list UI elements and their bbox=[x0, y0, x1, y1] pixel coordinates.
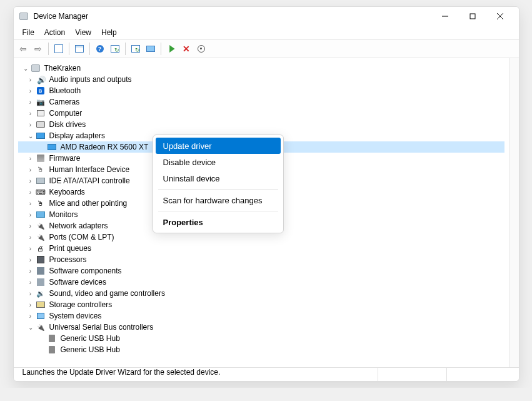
show-tree-button[interactable] bbox=[52, 42, 66, 56]
dev-swc-icon bbox=[36, 266, 46, 276]
dev-swd-icon bbox=[36, 277, 46, 287]
tree-category[interactable]: › Disk drives bbox=[18, 119, 504, 130]
vertical-scrollbar[interactable] bbox=[509, 58, 519, 367]
properties-button[interactable] bbox=[73, 42, 86, 56]
dev-print-icon bbox=[36, 243, 46, 253]
expand-toggle-icon[interactable]: › bbox=[26, 311, 36, 321]
tree-category-label: Computer bbox=[48, 109, 84, 118]
dev-sys-icon bbox=[36, 311, 46, 321]
expand-toggle-icon[interactable]: ⌄ bbox=[26, 131, 36, 141]
dev-disk-icon bbox=[36, 119, 46, 129]
tree-category[interactable]: › Print queues bbox=[18, 243, 504, 254]
tree-icon bbox=[54, 44, 63, 53]
expand-toggle-icon[interactable]: › bbox=[26, 255, 36, 265]
help-button[interactable] bbox=[93, 42, 107, 56]
dev-mouse-icon bbox=[36, 198, 46, 208]
tree-category[interactable]: › Software components bbox=[18, 265, 504, 277]
tree-category[interactable]: › Bluetooth bbox=[18, 85, 504, 96]
tree-category-label: Keyboards bbox=[48, 188, 86, 196]
arrow-left-icon bbox=[19, 43, 27, 54]
expand-toggle-icon[interactable]: ⌄ bbox=[21, 63, 31, 73]
scan-button[interactable] bbox=[108, 42, 122, 56]
cm-disable-device[interactable]: Disable device bbox=[153, 154, 283, 170]
window-title: Device Manager bbox=[34, 12, 431, 21]
expand-toggle-icon[interactable]: › bbox=[26, 86, 36, 96]
menu-view[interactable]: View bbox=[70, 27, 96, 38]
expand-toggle-icon[interactable]: › bbox=[26, 108, 36, 118]
tree-category-label: IDE ATA/ATAPI controlle bbox=[48, 176, 131, 185]
update-driver-button[interactable] bbox=[129, 42, 143, 56]
tree-category-label: Software devices bbox=[48, 278, 108, 287]
window-controls bbox=[431, 8, 514, 25]
expand-toggle-icon[interactable]: › bbox=[26, 165, 36, 175]
tree-category-label: Firmware bbox=[48, 154, 82, 163]
menubar: File Action View Help bbox=[14, 26, 519, 39]
expand-toggle-icon[interactable]: › bbox=[26, 153, 36, 163]
tree-category-label: Human Interface Device bbox=[48, 165, 131, 174]
expand-toggle-icon[interactable]: › bbox=[26, 210, 36, 220]
toolbar-separator bbox=[125, 43, 126, 55]
tree-category-label: Ports (COM & LPT) bbox=[48, 233, 116, 241]
menu-help[interactable]: Help bbox=[96, 27, 122, 38]
expand-toggle-icon[interactable]: › bbox=[26, 221, 36, 231]
forward-button[interactable] bbox=[31, 42, 45, 56]
minimize-button[interactable] bbox=[431, 8, 459, 25]
expand-toggle-icon[interactable]: › bbox=[26, 300, 36, 310]
tree-category-label: Print queues bbox=[48, 244, 93, 253]
tree-device[interactable]: Generic USB Hub bbox=[18, 333, 504, 344]
expand-toggle-icon[interactable]: › bbox=[26, 176, 36, 186]
expand-toggle-icon[interactable]: › bbox=[26, 266, 36, 276]
monitor-icon bbox=[146, 46, 155, 52]
tree-root[interactable]: ⌄ TheKraken bbox=[18, 63, 504, 74]
tree-category-label: Bluetooth bbox=[48, 86, 83, 95]
tree-category[interactable]: › Computer bbox=[18, 108, 504, 119]
properties-icon bbox=[75, 45, 84, 53]
tree-category[interactable]: ⌄ Universal Serial Bus controllers bbox=[18, 322, 504, 333]
device-manager-window: Device Manager File Action View Help bbox=[13, 6, 519, 382]
menu-action[interactable]: Action bbox=[39, 27, 70, 38]
show-hidden-button[interactable] bbox=[144, 42, 158, 56]
expand-toggle-icon[interactable]: › bbox=[26, 74, 36, 84]
tree-category-label: Monitors bbox=[48, 210, 79, 219]
tree-category[interactable]: › Cameras bbox=[18, 96, 504, 108]
tree-device[interactable]: Generic USB Hub bbox=[18, 344, 504, 355]
tree-category-label: Audio inputs and outputs bbox=[48, 75, 133, 84]
tree-category-label: System devices bbox=[48, 312, 103, 320]
expand-toggle-icon[interactable]: › bbox=[26, 97, 36, 107]
expand-toggle-icon[interactable]: › bbox=[26, 119, 36, 129]
dev-kb-icon bbox=[36, 187, 46, 197]
expand-toggle-icon[interactable]: › bbox=[26, 288, 36, 298]
tree-category[interactable]: › Storage controllers bbox=[18, 299, 504, 310]
tree-category-label: Processors bbox=[48, 255, 88, 264]
cm-update-driver[interactable]: Update driver bbox=[156, 138, 281, 154]
dev-usb-icon bbox=[36, 322, 46, 332]
tree-category[interactable]: › Sound, video and game controllers bbox=[18, 288, 504, 299]
menu-file[interactable]: File bbox=[18, 27, 39, 38]
uninstall-device-button[interactable]: ✕ bbox=[179, 42, 193, 56]
cm-scan-hardware[interactable]: Scan for hardware changes bbox=[153, 192, 283, 208]
cm-properties[interactable]: Properties bbox=[153, 214, 283, 230]
tree-category-label: Sound, video and game controllers bbox=[48, 289, 166, 298]
options-button[interactable] bbox=[194, 42, 208, 56]
expand-toggle-icon[interactable]: › bbox=[26, 187, 36, 197]
enable-device-button[interactable] bbox=[164, 42, 178, 56]
tree-device-label: Generic USB Hub bbox=[59, 334, 121, 343]
maximize-button[interactable] bbox=[459, 8, 486, 25]
expand-toggle-icon[interactable]: › bbox=[26, 232, 36, 242]
dev-bt-icon bbox=[36, 86, 46, 96]
tree-category[interactable]: › Processors bbox=[18, 254, 504, 265]
tree-category[interactable]: › System devices bbox=[18, 310, 504, 322]
back-button[interactable] bbox=[16, 42, 30, 56]
expand-toggle-icon[interactable]: ⌄ bbox=[26, 322, 36, 332]
expand-toggle-icon[interactable]: › bbox=[26, 243, 36, 253]
content-area: ⌄ TheKraken › Audio inputs and outputs ›… bbox=[14, 58, 519, 367]
update-icon bbox=[131, 45, 140, 53]
cm-uninstall-device[interactable]: Uninstall device bbox=[153, 170, 283, 186]
dev-usbh-icon bbox=[47, 333, 57, 343]
context-menu: Update driver Disable device Uninstall d… bbox=[153, 135, 284, 233]
close-button[interactable] bbox=[486, 8, 514, 25]
tree-category[interactable]: › Audio inputs and outputs bbox=[18, 74, 504, 85]
expand-toggle-icon[interactable]: › bbox=[26, 277, 36, 287]
expand-toggle-icon[interactable]: › bbox=[26, 198, 36, 208]
tree-category[interactable]: › Software devices bbox=[18, 277, 504, 288]
